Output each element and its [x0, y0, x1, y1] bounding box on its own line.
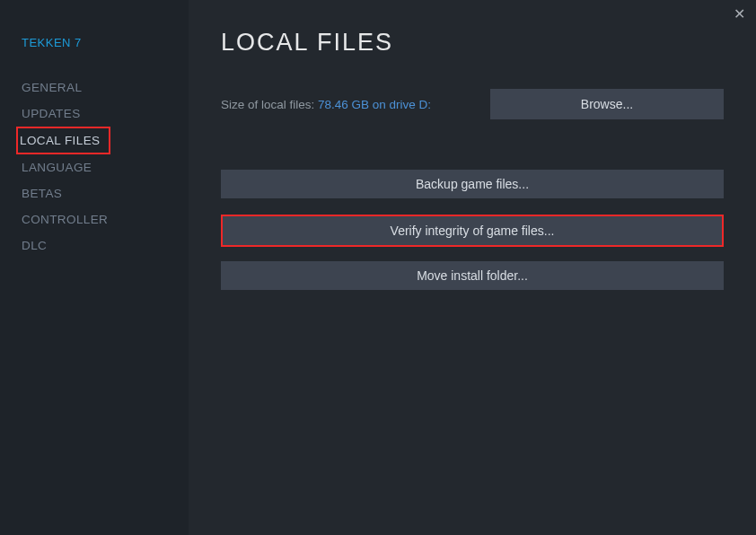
sidebar-item-language[interactable]: LANGUAGE — [20, 154, 189, 180]
page-title: LOCAL FILES — [221, 29, 724, 57]
sidebar-item-general[interactable]: GENERAL — [20, 75, 189, 101]
sidebar-item-local-files[interactable]: LOCAL FILES — [20, 132, 100, 149]
sidebar-highlight: LOCAL FILES — [16, 127, 110, 154]
browse-button[interactable]: Browse... — [490, 89, 724, 119]
main-panel: ✕ LOCAL FILES Size of local files: 78.46… — [189, 0, 756, 535]
backup-button[interactable]: Backup game files... — [221, 170, 724, 198]
verify-button[interactable]: Verify integrity of game files... — [221, 215, 724, 247]
size-label: Size of local files: — [221, 98, 318, 111]
sidebar: TEKKEN 7 GENERAL UPDATES LOCAL FILES LAN… — [0, 0, 189, 535]
game-title: TEKKEN 7 — [22, 36, 189, 49]
size-row: Size of local files: 78.46 GB on drive D… — [221, 89, 724, 119]
sidebar-item-dlc[interactable]: DLC — [20, 232, 189, 259]
sidebar-item-betas[interactable]: BETAS — [20, 180, 189, 206]
size-text: Size of local files: 78.46 GB on drive D… — [221, 96, 431, 112]
close-icon[interactable]: ✕ — [734, 7, 745, 22]
sidebar-item-controller[interactable]: CONTROLLER — [20, 206, 189, 232]
size-value: 78.46 GB on drive D: — [318, 98, 431, 111]
sidebar-item-updates[interactable]: UPDATES — [20, 101, 189, 127]
move-button[interactable]: Move install folder... — [221, 261, 724, 290]
